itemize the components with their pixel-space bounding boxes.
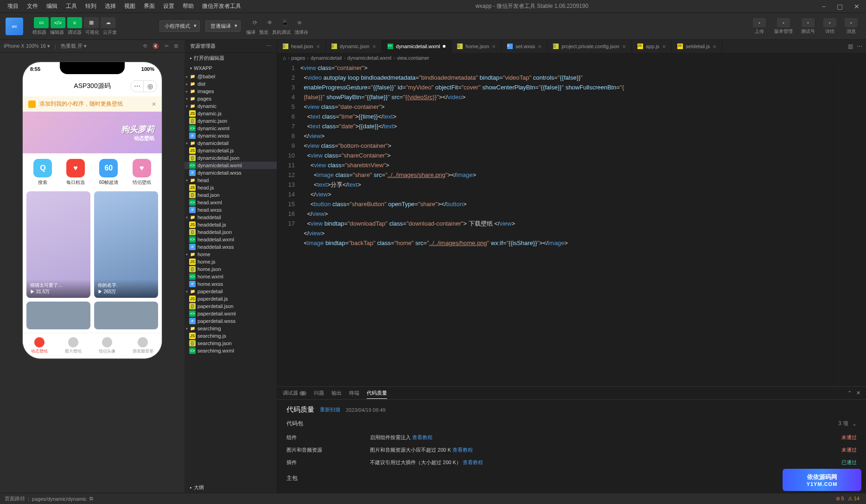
menu-工具[interactable]: 工具 <box>62 1 81 11</box>
file-head.wxml[interactable]: <>head.wxml <box>185 199 277 206</box>
tutorial-link[interactable]: 查看教程 <box>412 435 433 440</box>
breadcrumb-item[interactable]: dynamicdetail.wxml <box>347 55 391 61</box>
project-root[interactable]: WXAPP <box>185 63 277 73</box>
error-count[interactable]: ⊘ 5 <box>834 496 846 502</box>
category-item[interactable]: ♥情侣壁纸 <box>133 159 151 186</box>
capsule-menu-icon[interactable]: ⋯ <box>131 81 144 92</box>
breadcrumb-item[interactable]: dynamicdetail <box>311 55 342 61</box>
category-item[interactable]: ♥每日精选 <box>66 159 85 186</box>
wallpaper-item[interactable] <box>26 302 90 329</box>
file-head.wxss[interactable]: #head.wxss <box>185 206 277 214</box>
file-dynamic.wxss[interactable]: #dynamic.wxss <box>185 132 277 139</box>
outline-section[interactable]: 大纲 <box>185 482 277 493</box>
page-path[interactable]: pages/dynamic/dynamic <box>32 496 87 502</box>
toolbar-版本管理[interactable]: •版本管理 <box>771 18 796 35</box>
editor-toggle[interactable]: </> <box>51 17 65 28</box>
panel-tab-调试器[interactable]: 调试器5 <box>283 388 306 398</box>
editor-tab[interactable]: JSapp.js✕ <box>632 40 672 53</box>
tabbar-item[interactable]: 情侣头像 <box>99 337 115 354</box>
breadcrumb-item[interactable]: pages <box>291 55 305 61</box>
editor-tab[interactable]: #set.wxss✕ <box>502 40 548 53</box>
file-home.wxss[interactable]: #home.wxss <box>185 280 277 288</box>
folder-dynamicdetail[interactable]: ▾📁dynamicdetail <box>185 139 277 147</box>
file-headdetail.wxml[interactable]: <>headdetail.wxml <box>185 236 277 243</box>
tabbar-item[interactable]: 朋友圈背景 <box>133 337 153 354</box>
warning-count[interactable]: ⚠ 14 <box>846 496 861 502</box>
folder-head[interactable]: ▾📁head <box>185 176 277 184</box>
tabbar-item[interactable]: 动态壁纸 <box>31 337 48 354</box>
compile-mode-select[interactable]: 小程序模式 <box>159 20 200 32</box>
folder-searchimg[interactable]: ▾📁searchimg <box>185 325 277 332</box>
file-home.js[interactable]: JShome.js <box>185 258 277 265</box>
explorer-more-icon[interactable]: ⋯ <box>266 43 271 49</box>
folder-paperdetail[interactable]: ▾📁paperdetail <box>185 288 277 295</box>
file-headdetail.json[interactable]: {}headdetail.json <box>185 228 277 236</box>
code-editor[interactable]: 1234567891011121314151617 <view class="c… <box>277 63 866 386</box>
breadcrumb-root[interactable]: ⌂ <box>283 55 286 61</box>
file-headdetail.js[interactable]: JSheaddetail.js <box>185 221 277 228</box>
file-dynamic.wxml[interactable]: <>dynamic.wxml <box>185 125 277 132</box>
panel-tab-输出[interactable]: 输出 <box>331 388 342 398</box>
editor-tab[interactable]: {}head.json✕ <box>277 40 326 53</box>
menu-帮助[interactable]: 帮助 <box>179 1 197 11</box>
file-searchimg.wxml[interactable]: <>searchimg.wxml <box>185 347 277 354</box>
tutorial-link[interactable]: 查看教程 <box>463 460 483 465</box>
close-icon[interactable]: ✕ <box>851 3 862 10</box>
cloud-toggle[interactable]: ☁ <box>101 17 115 28</box>
file-head.js[interactable]: JShead.js <box>185 184 277 191</box>
folder-home[interactable]: ▾📁home <box>185 251 277 258</box>
panel-tab-问题[interactable]: 问题 <box>314 388 324 398</box>
debugger-toggle[interactable]: ≡ <box>67 17 82 28</box>
menu-选择[interactable]: 选择 <box>101 1 120 11</box>
popout-icon[interactable]: ⧉ <box>172 43 181 49</box>
mute-icon[interactable]: 🔇 <box>150 43 162 49</box>
file-searchimg.js[interactable]: JSsearchimg.js <box>185 332 277 340</box>
menu-转到[interactable]: 转到 <box>82 1 100 11</box>
menu-微信开发者工具[interactable]: 微信开发者工具 <box>198 1 245 11</box>
remote-debug-button[interactable]: 📱 <box>278 17 291 28</box>
file-paperdetail.js[interactable]: JSpaperdetail.js <box>185 295 277 302</box>
toolbar-详情[interactable]: •详情 <box>821 18 839 35</box>
tutorial-link[interactable]: 查看教程 <box>452 447 473 453</box>
category-item[interactable]: 6060帧超清 <box>99 159 118 186</box>
phone-preview[interactable]: 8:55 100% ASP300源码 ⋯ ◎ 添加到我的小程序，随时更换壁纸 ✕ <box>23 62 162 359</box>
hot-reload-toggle[interactable]: 热重载 开 <box>61 43 87 50</box>
wallpaper-item[interactable]: 猫猫太可爱了…▶ 31.5万 <box>26 191 90 298</box>
minimap[interactable] <box>838 63 866 386</box>
build-mode-select[interactable]: 普通编译 <box>205 20 241 32</box>
file-dynamic.js[interactable]: JSdynamic.js <box>185 110 277 117</box>
file-dynamicdetail.wxml[interactable]: <>dynamicdetail.wxml <box>185 162 277 169</box>
clear-cache-button[interactable]: ≋ <box>293 17 306 28</box>
code-content[interactable]: <view class="container"> <video autoplay… <box>300 63 838 386</box>
editor-tab[interactable]: {}home.json✕ <box>452 40 502 53</box>
visual-toggle[interactable]: ▦ <box>84 17 99 28</box>
folder-dist[interactable]: ▸📁dist <box>185 80 277 88</box>
file-head.json[interactable]: {}head.json <box>185 191 277 199</box>
menu-视图[interactable]: 视图 <box>121 1 139 11</box>
copy-path-icon[interactable]: ⧉ <box>89 496 93 502</box>
folder-images[interactable]: ▸📁images <box>185 88 277 95</box>
cut-icon[interactable]: ✂ <box>162 43 172 49</box>
editor-tab[interactable]: {}dynamic.json✕ <box>326 40 382 53</box>
rescan-button[interactable]: 重新扫描 <box>320 406 340 413</box>
tabbar-item[interactable]: 图片壁纸 <box>65 337 82 354</box>
hero-banner[interactable]: 狗头萝莉 动态壁纸 <box>23 112 162 153</box>
editor-tab[interactable]: {}project.private.config.json✕ <box>548 40 632 53</box>
panel-close-icon[interactable]: ✕ <box>856 390 860 396</box>
open-editors-section[interactable]: 打开的编辑器 <box>185 53 277 63</box>
file-dynamic.json[interactable]: {}dynamic.json <box>185 117 277 125</box>
folder-headdetail[interactable]: ▾📁headdetail <box>185 214 277 221</box>
file-home.json[interactable]: {}home.json <box>185 265 277 273</box>
split-editor-icon[interactable]: ▥ <box>848 43 853 50</box>
device-select[interactable]: iPhone X 100% 16 <box>4 43 50 49</box>
editor-tab[interactable]: <>dynamicdetail.wxml <box>382 40 452 53</box>
menu-设置[interactable]: 设置 <box>159 1 178 11</box>
panel-maximize-icon[interactable]: ⌃ <box>847 390 852 396</box>
menu-项目[interactable]: 项目 <box>4 1 22 11</box>
folder-pages[interactable]: ▾📁pages <box>185 95 277 102</box>
compile-button[interactable]: ⟳ <box>248 17 261 28</box>
file-searchimg.json[interactable]: {}searchimg.json <box>185 340 277 347</box>
more-tabs-icon[interactable]: ⋯ <box>857 43 862 50</box>
menu-编辑[interactable]: 编辑 <box>43 1 61 11</box>
panel-tab-终端[interactable]: 终端 <box>349 388 359 398</box>
